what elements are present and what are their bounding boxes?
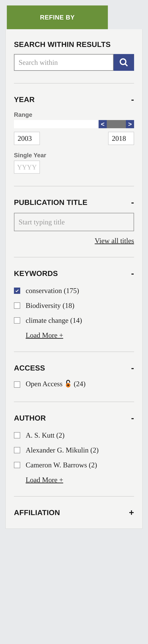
- checkbox-box: [14, 462, 20, 468]
- checkbox-keyword-2[interactable]: climate change (14): [14, 316, 134, 324]
- checkbox-label: climate change (14): [26, 316, 82, 324]
- year-to-input[interactable]: [108, 132, 134, 145]
- year-title: YEAR: [14, 95, 35, 104]
- affiliation-title: AFFILIATION: [14, 508, 60, 517]
- search-button[interactable]: [114, 54, 134, 71]
- checkbox-author-2[interactable]: Cameron W. Barrows (2): [14, 461, 134, 469]
- svg-point-3: [67, 384, 69, 386]
- section-search-within: SEARCH WITHIN RESULTS: [14, 29, 134, 84]
- checkbox-box: [14, 382, 20, 388]
- filter-panel: SEARCH WITHIN RESULTS YEAR - Range: [6, 29, 142, 529]
- checkbox-author-0[interactable]: A. S. Kutt (2): [14, 431, 134, 439]
- checkbox-box: [14, 317, 20, 324]
- checkbox-keyword-0[interactable]: conservation (175): [14, 286, 134, 295]
- author-load-more[interactable]: Load More +: [26, 476, 134, 484]
- single-year-input[interactable]: [14, 160, 40, 174]
- range-label: Range: [14, 111, 134, 118]
- section-author: AUTHOR - A. S. Kutt (2)Alexander G. Miku…: [14, 402, 134, 496]
- range-right-handle[interactable]: >: [126, 120, 134, 128]
- checkbox-label: Alexander G. Mikulin (2): [26, 446, 99, 454]
- check-icon: [15, 289, 19, 293]
- section-publication-title: PUBLICATION TITLE - View all titles: [14, 186, 134, 258]
- section-affiliation: AFFILIATION +: [14, 496, 134, 528]
- year-toggle[interactable]: -: [131, 94, 134, 104]
- search-row: [14, 54, 134, 71]
- svg-point-0: [120, 59, 126, 64]
- section-year: YEAR - Range < > Single Year: [14, 84, 134, 186]
- section-access: ACCESS - Open Access (24): [14, 352, 134, 402]
- range-left-handle[interactable]: <: [99, 120, 107, 128]
- checkbox-box: [14, 288, 20, 294]
- single-year-label: Single Year: [14, 152, 134, 159]
- pubtitle-input[interactable]: [14, 213, 134, 231]
- checkbox-label: A. S. Kutt (2): [26, 431, 65, 439]
- author-toggle[interactable]: -: [131, 413, 134, 423]
- access-toggle[interactable]: -: [131, 363, 134, 373]
- year-from-input[interactable]: [14, 132, 40, 145]
- checkbox-label: Cameron W. Barrows (2): [26, 461, 97, 469]
- view-all-titles-link[interactable]: View all titles: [14, 237, 134, 245]
- keywords-toggle[interactable]: -: [131, 268, 134, 278]
- search-within-title: SEARCH WITHIN RESULTS: [14, 40, 134, 48]
- checkbox-label: Biodiversity (18): [26, 302, 74, 310]
- refine-by-header: REFINE BY: [7, 6, 108, 29]
- checkbox-open-access[interactable]: Open Access (24): [14, 380, 134, 389]
- checkbox-box: [14, 447, 20, 453]
- affiliation-toggle[interactable]: +: [129, 508, 134, 518]
- range-selection: [107, 120, 126, 128]
- year-range-slider[interactable]: < >: [14, 120, 134, 128]
- section-keywords: KEYWORDS - conservation (175)Biodiversit…: [14, 258, 134, 352]
- keywords-title: KEYWORDS: [14, 269, 58, 278]
- checkbox-box: [14, 432, 20, 438]
- search-icon: [119, 58, 129, 67]
- checkbox-keyword-1[interactable]: Biodiversity (18): [14, 302, 134, 310]
- author-title: AUTHOR: [14, 414, 46, 422]
- pubtitle-toggle[interactable]: -: [131, 197, 134, 207]
- checkbox-author-1[interactable]: Alexander G. Mikulin (2): [14, 446, 134, 454]
- access-title: ACCESS: [14, 364, 45, 372]
- checkbox-label: Open Access (24): [26, 380, 86, 389]
- pubtitle-title: PUBLICATION TITLE: [14, 198, 87, 206]
- keywords-load-more[interactable]: Load More +: [26, 331, 134, 339]
- search-within-input[interactable]: [14, 54, 114, 71]
- open-access-icon: [65, 380, 71, 389]
- svg-line-1: [125, 64, 127, 66]
- range-track: [14, 120, 99, 128]
- checkbox-label: conservation (175): [26, 286, 79, 295]
- checkbox-box: [14, 302, 20, 309]
